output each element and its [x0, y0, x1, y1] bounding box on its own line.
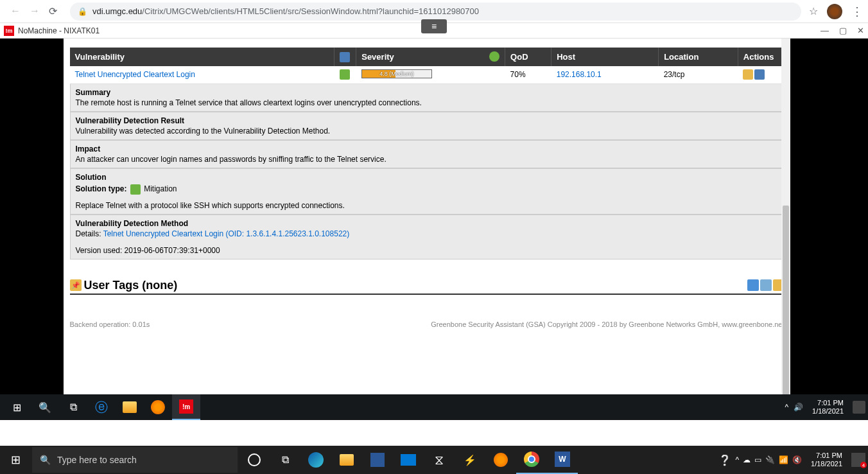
url-path: /Citrix/UMGCWeb/clients/HTML5Client/src/… [142, 6, 479, 16]
store-button[interactable] [362, 446, 393, 474]
remote-start-button[interactable]: ⊞ [3, 394, 31, 420]
mail-button[interactable] [393, 446, 424, 474]
nomachine-titlebar: !m NoMachine - NIXATK01 ≡ — ▢ ✕ [0, 23, 868, 39]
nomachine-title: NoMachine - NIXATK01 [18, 26, 100, 35]
impact-section: Impact An attacker can uncover login nam… [70, 140, 785, 168]
tray-chevron-icon[interactable]: ^ [735, 455, 739, 464]
close-button[interactable]: ✕ [857, 26, 864, 35]
solution-section: Solution Solution type: Mitigation Repla… [70, 168, 785, 215]
col-host[interactable]: Host [551, 48, 659, 66]
col-actions: Actions [738, 48, 784, 66]
remote-search-button[interactable]: 🔍 [31, 394, 59, 420]
tray-speaker-icon[interactable]: 🔊 [794, 403, 803, 412]
profile-avatar[interactable] [827, 4, 842, 19]
session-handle[interactable]: ≡ [421, 19, 447, 33]
scrollbar-thumb[interactable] [783, 206, 789, 398]
nomachine-icon: !m [4, 26, 14, 36]
minimize-button[interactable]: — [820, 26, 829, 35]
maximize-button[interactable]: ▢ [839, 26, 847, 35]
remote-ie-button[interactable]: ⓔ [87, 394, 116, 420]
host-link[interactable]: 192.168.10.1 [557, 70, 602, 79]
vdr-section: Vulnerability Detection Result Vulnerabi… [70, 112, 785, 140]
firefox-button[interactable] [485, 446, 516, 474]
pin-icon: 📌 [70, 279, 82, 291]
dropbox-button[interactable]: ⧖ [424, 446, 455, 474]
tray-icon[interactable]: ▭ [754, 455, 761, 464]
user-tags-title: User Tags (none) [84, 279, 178, 292]
footer: Backend operation: 0.01s Greenbone Secur… [70, 320, 785, 328]
taskview-button[interactable]: ⧉ [270, 446, 300, 474]
remote-taskview-button[interactable]: ⧉ [59, 394, 87, 420]
table-row: Telnet Unencrypted Cleartext Login 4.8 (… [70, 66, 785, 84]
vertical-scrollbar[interactable] [781, 39, 790, 420]
remote-clock[interactable]: 7:01 PM 1/18/2021 [808, 399, 847, 416]
remote-taskbar: ⊞ 🔍 ⧉ ⓔ !m ^ 🔊 7:01 PM 1/18/2021 [0, 394, 868, 420]
vulnerability-table: Vulnerability Severity QoD Host Location… [70, 48, 785, 84]
col-severity[interactable]: Severity [356, 48, 505, 66]
forward-button[interactable]: → [30, 5, 40, 17]
back-button[interactable]: ← [10, 5, 21, 17]
remote-nomachine-button[interactable]: !m [172, 394, 200, 420]
remote-desktop: Vulnerability Severity QoD Host Location… [0, 39, 868, 420]
solution-type-icon [340, 69, 350, 80]
tray-power-icon[interactable]: 🔌 [765, 455, 775, 464]
bookmark-button[interactable]: ☆ [809, 5, 818, 17]
tag-star-icon[interactable] [747, 279, 759, 291]
mitigation-icon [130, 184, 141, 195]
chrome-button[interactable] [516, 446, 547, 474]
cortana-button[interactable] [239, 446, 270, 474]
vuln-name-link[interactable]: Telnet Unencrypted Cleartext Login [75, 70, 195, 79]
gsa-page: Vulnerability Severity QoD Host Location… [64, 39, 790, 420]
user-tags-header: 📌 User Tags (none) [70, 279, 785, 295]
qod-value: 70% [505, 66, 551, 84]
lock-icon: 🔒 [78, 7, 87, 16]
host-notifications[interactable] [851, 453, 865, 467]
tray-onedrive-icon[interactable]: ☁ [743, 455, 751, 464]
col-qod[interactable]: QoD [505, 48, 551, 66]
explorer-button[interactable] [331, 446, 362, 474]
start-button[interactable]: ⊞ [0, 446, 31, 474]
action-note-icon[interactable] [743, 69, 753, 80]
tag-help-icon[interactable] [760, 279, 772, 291]
word-button[interactable]: W [547, 446, 578, 474]
refresh-icon[interactable] [489, 51, 499, 62]
tray-chevron-icon[interactable]: ^ [785, 403, 788, 412]
action-override-icon[interactable] [754, 69, 765, 80]
location-value: 23/tcp [659, 66, 738, 84]
copyright: Greenbone Security Assistant (GSA) Copyr… [431, 320, 784, 328]
backend-time: Backend operation: 0.01s [70, 320, 150, 328]
host-clock[interactable]: 7:01 PM 1/18/2021 [806, 452, 847, 468]
address-bar[interactable]: 🔒 vdi.umgc.edu/Citrix/UMGCWeb/clients/HT… [70, 3, 801, 21]
tray-volume-icon[interactable]: 🔇 [792, 455, 802, 464]
edge-button[interactable] [300, 446, 331, 474]
reload-button[interactable]: ⟳ [49, 5, 57, 17]
url-host: vdi.umgc.edu [92, 6, 142, 16]
col-location[interactable]: Location [659, 48, 738, 66]
chrome-menu-button[interactable]: ⋮ [851, 4, 863, 19]
col-solution-icon [334, 48, 356, 66]
search-icon: 🔍 [40, 455, 51, 465]
tray-wifi-icon[interactable]: 📶 [779, 455, 788, 464]
col-vulnerability[interactable]: Vulnerability [70, 48, 334, 66]
vdm-section: Vulnerability Detection Method Details: … [70, 215, 785, 259]
remote-app-button[interactable] [144, 394, 172, 420]
summary-section: Summary The remote host is running a Tel… [70, 84, 785, 112]
help-icon[interactable]: ❔ [718, 454, 731, 466]
remote-explorer-button[interactable] [116, 394, 144, 420]
app-button[interactable]: ⚡ [455, 446, 485, 474]
vdm-link[interactable]: Telnet Unencrypted Cleartext Login (OID:… [103, 229, 350, 238]
search-input[interactable]: 🔍 Type here to search [32, 447, 238, 473]
puzzle-icon [340, 52, 350, 62]
severity-bar: 4.8 (Medium) [361, 69, 432, 78]
host-taskbar: ⊞ 🔍 Type here to search ⧉ ⧖ ⚡ W ❔ ^ ☁ ▭ … [0, 446, 868, 474]
remote-notifications[interactable] [853, 401, 865, 414]
